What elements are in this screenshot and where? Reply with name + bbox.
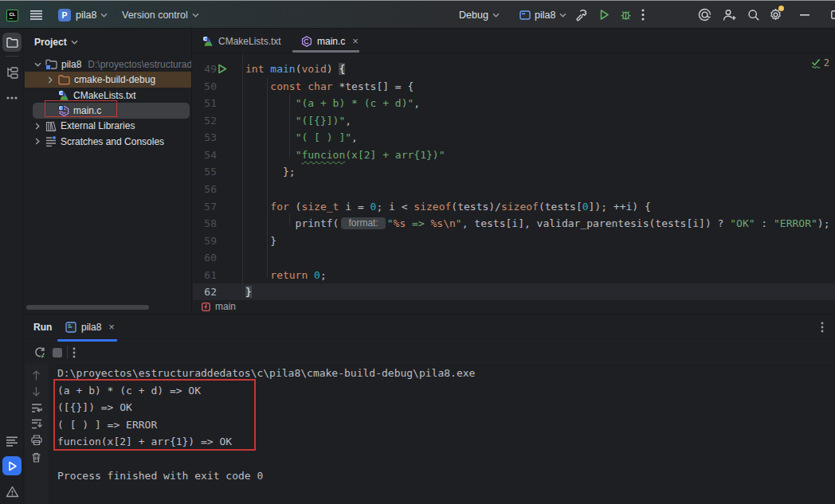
cmake-file-icon [58,90,69,101]
clion-window: CL P pila8 Version control Debug pil [0,0,835,504]
run-tab-pila8[interactable]: pila8 × [65,315,115,339]
code-line-59: 59 } [193,232,835,250]
rerun-button[interactable] [33,346,46,359]
more-actions-button[interactable] [641,1,645,29]
line-number[interactable]: 51 [193,95,217,112]
editor: CMakeLists.txt main.c × 2 49int main(voi… [193,29,835,313]
chevron-right-icon[interactable] [31,123,44,130]
tree-item-scratches-and-consoles[interactable]: Scratches and Consoles [25,134,192,150]
line-number[interactable]: 50 [193,78,217,96]
scroll-to-end-button[interactable] [31,419,42,429]
tree-item-label: Scratches and Consoles [61,136,164,147]
line-number[interactable]: 49 [193,61,217,78]
breadcrumb-item[interactable]: main [215,301,236,312]
line-number[interactable]: 55 [193,163,217,181]
project-panel: Project pila8D:\proyectos\estructuradded… [25,29,192,313]
run-configuration-selector[interactable]: pila8 [519,1,566,29]
close-tab-icon[interactable]: × [108,323,115,331]
stripe-divider [6,56,18,57]
settings-notification-dot [778,6,784,11]
tool-run-button[interactable] [2,456,22,475]
cmake-file-icon [202,36,214,47]
close-tab-icon[interactable]: × [352,37,359,45]
debug-mode-selector[interactable]: Debug [459,1,500,29]
function-icon [202,303,210,311]
at-spiral-icon [698,8,712,21]
tool-project-button[interactable] [2,33,22,52]
code-with-me-button[interactable] [723,1,737,29]
tab-label: CMakeLists.txt [218,36,281,47]
tool-more-button[interactable] [2,88,22,107]
line-number[interactable]: 62 [193,283,217,300]
chevron-down-icon[interactable] [31,62,44,67]
chevron-right-icon[interactable] [31,138,44,145]
project-panel-header[interactable]: Project [34,34,78,50]
line-number[interactable]: 54 [193,147,217,164]
tab-cmakelists[interactable]: CMakeLists.txt [202,29,281,53]
tool-problems-button[interactable] [2,482,22,501]
code-text: int main(void) { [245,61,345,78]
project-horizontal-scrollbar[interactable] [26,305,149,310]
chevron-down-icon [100,13,108,18]
run-toolbar [25,342,835,363]
code-text: for (size_t i = 0; i < sizeof(tests)/siz… [245,198,651,216]
main-menu-button[interactable] [30,1,42,29]
warning-triangle-icon [6,486,19,498]
print-button[interactable] [31,435,42,445]
clion-logo-text: CL [10,12,16,17]
console-app-icon [65,322,76,333]
excluded-folder-icon [58,75,70,85]
stop-button[interactable] [53,348,62,357]
project-selector[interactable]: P pila8 [58,1,108,29]
line-number[interactable]: 56 [193,181,217,198]
tree-item-pila8[interactable]: pila8D:\proyectos\estructuraddedatos\c\p… [25,57,192,72]
arrow-up-icon [31,370,41,381]
line-number[interactable]: 61 [193,267,217,284]
lines-icon [6,436,18,447]
code-text: } [245,283,252,300]
titlebar: CL P pila8 Version control Debug pil [0,0,835,29]
console-more-button[interactable] [73,347,76,358]
project-panel-title: Project [34,37,67,48]
project-badge: P [58,9,71,21]
left-toolbar [0,29,24,504]
line-number[interactable]: 58 [193,215,217,232]
clear-console-button[interactable] [31,452,41,463]
scroll-down-button[interactable] [31,386,41,397]
debug-button[interactable] [620,1,632,29]
play-icon [7,461,18,471]
chevron-right-icon[interactable] [44,76,57,84]
console-toolbar [25,364,49,504]
search-everywhere-button[interactable] [747,1,760,29]
line-number[interactable]: 57 [193,198,217,216]
code-line-62: 62} [193,283,835,300]
code-text: }; [245,163,296,181]
scroll-up-button[interactable] [31,370,41,381]
tree-item-label: pila8 [61,59,81,70]
soft-wrap-button[interactable] [31,403,42,413]
code-area[interactable]: 2 49int main(void) {50 const char *tests… [193,54,835,300]
chevron-down-icon [192,13,199,18]
tool-todo-button[interactable] [2,432,22,451]
run-button[interactable] [598,1,610,29]
chevron-down-icon [492,13,500,18]
tree-item-cmake-build-debug[interactable]: cmake-build-debug [25,72,192,88]
project-folder-icon [45,59,57,70]
settings-button[interactable] [769,1,782,29]
ai-assistant-button[interactable] [698,1,712,29]
line-number[interactable]: 52 [193,112,217,130]
console-line: Process finished with exit code 0 [57,467,263,485]
tree-item-external-libraries[interactable]: External Libraries [25,118,192,134]
code-line-61: 61 return 0; [193,267,835,284]
build-button[interactable] [575,1,588,29]
minimize-button[interactable] [800,1,810,29]
line-number[interactable]: 59 [193,232,217,250]
run-panel-options-button[interactable] [821,322,824,333]
line-number[interactable]: 60 [193,249,217,267]
line-number[interactable]: 53 [193,129,217,147]
run-arrow-icon[interactable] [218,64,227,74]
version-control-widget[interactable]: Version control [122,1,199,29]
tool-structure-button[interactable] [2,63,22,82]
add-user-icon [723,9,737,21]
maximize-button[interactable] [831,1,835,29]
